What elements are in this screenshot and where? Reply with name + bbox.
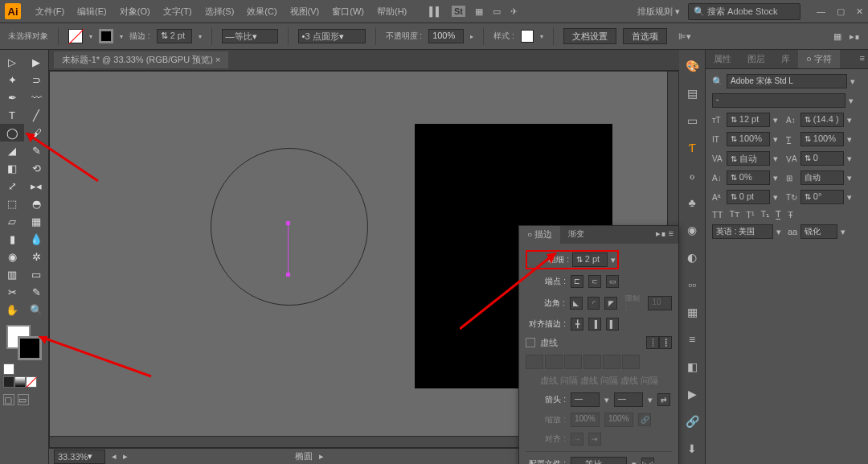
tab-character[interactable]: ○ 字符	[798, 50, 840, 68]
shaper-tool[interactable]: ◢	[0, 142, 24, 159]
links-icon[interactable]: 🔗	[685, 415, 699, 428]
document-tab[interactable]: 未标题-1* @ 33.33% (RGB/GPU 预览) ×	[54, 51, 228, 68]
color-mode-icon[interactable]	[3, 376, 14, 388]
dash-checkbox[interactable]	[526, 338, 535, 347]
font-search-icon[interactable]: 🔍	[712, 76, 723, 87]
appearance-icon[interactable]: 🎨	[685, 60, 699, 72]
limit-input[interactable]: 10	[648, 296, 672, 310]
symbol-tool[interactable]: ✲	[24, 248, 48, 265]
tracking-input[interactable]: ⇅ 0	[800, 151, 844, 166]
panel-menu-icon[interactable]: ▸∎	[850, 31, 860, 42]
close-icon[interactable]: ✕	[856, 6, 863, 17]
style-swatch[interactable]	[521, 30, 534, 43]
free-transform-tool[interactable]: ⬚	[0, 195, 24, 212]
zoom-tool[interactable]: 🔍	[24, 301, 48, 318]
fill-swatch[interactable]	[68, 29, 83, 43]
vscale-input[interactable]: ⇅ 100%	[727, 132, 770, 146]
align-inside-icon[interactable]: ▐	[588, 318, 601, 331]
curvature-tool[interactable]: 〰	[24, 88, 48, 106]
panel-expand-icon[interactable]: ▸∎ ≡	[651, 226, 678, 244]
brush-dropdown[interactable]: • 3 点圆形 ▾	[298, 29, 366, 43]
arrow-start-dropdown[interactable]: —	[571, 392, 600, 407]
artboards-icon[interactable]: ▭	[685, 114, 699, 127]
opacity-input[interactable]: 100%	[428, 29, 464, 43]
zoom-dropdown[interactable]: 33.33% ▾	[54, 450, 105, 464]
leading-input[interactable]: ⇅ (14.4 )	[800, 113, 844, 127]
asset-export-icon[interactable]: ⬇	[685, 442, 699, 455]
font-style-dropdown[interactable]: -	[712, 93, 845, 108]
selection-tool[interactable]: ▷	[0, 53, 24, 71]
edit-mode-icon[interactable]: ▭	[18, 394, 29, 405]
glyphs-icon[interactable]: ℴ	[685, 169, 699, 182]
menu-file[interactable]: 文件(F)	[29, 6, 71, 18]
graph-tool[interactable]: ▥	[0, 265, 24, 283]
fill-stroke-swatch[interactable]	[6, 325, 42, 360]
slice-tool[interactable]: ✂	[0, 283, 24, 301]
eyedropper-tool[interactable]: 💧	[24, 230, 48, 248]
cap-round-icon[interactable]: ⊂	[588, 275, 601, 288]
menu-effect[interactable]: 效果(C)	[240, 6, 283, 18]
language-dropdown[interactable]: 英语 : 美国	[712, 224, 773, 239]
all-caps-icon[interactable]: TT	[712, 210, 723, 220]
pen-tool[interactable]: ✒	[0, 88, 24, 106]
menu-help[interactable]: 帮助(H)	[371, 6, 413, 18]
libraries-icon[interactable]: ▫▫	[685, 278, 699, 291]
gradient-tab[interactable]: 渐变	[560, 226, 592, 244]
align-center-icon[interactable]: ╋	[571, 318, 583, 331]
hand-tool[interactable]: ✋	[0, 301, 24, 318]
shape-builder-tool[interactable]: ◓	[24, 195, 48, 212]
flip-along-icon[interactable]: ▷◁	[641, 458, 654, 464]
color-picker-icon[interactable]: ◉	[685, 224, 699, 236]
profile-dropdown-panel[interactable]: — 等比	[571, 457, 627, 464]
swatches-icon[interactable]: ◐	[685, 251, 699, 264]
align-panel-icon[interactable]: ≡	[685, 333, 699, 346]
ellipse-tool[interactable]: ◯	[0, 124, 24, 142]
align-icon[interactable]: ⊫▾	[678, 31, 691, 42]
kerning-input[interactable]: ⇅ 自动	[727, 151, 770, 166]
status-menu-icon[interactable]: ▸	[319, 451, 324, 462]
menu-view[interactable]: 视图(V)	[284, 6, 326, 18]
dash-preserve-icon[interactable]: ┊	[646, 336, 659, 349]
gradient-mode-icon[interactable]	[14, 376, 26, 388]
superscript-icon[interactable]: T¹	[746, 210, 754, 220]
auto-input[interactable]: 自动	[800, 170, 844, 185]
eraser-tool[interactable]: ◧	[0, 159, 24, 177]
blend-tool[interactable]: ◉	[0, 248, 24, 265]
tab-layers[interactable]: 图层	[739, 50, 773, 68]
stock-icon[interactable]: St	[452, 6, 465, 17]
prefs-button[interactable]: 首选项	[623, 28, 667, 44]
corner-round-icon[interactable]: ◜	[588, 297, 600, 310]
anchor-point-top[interactable]	[286, 221, 290, 225]
mesh-tool[interactable]: ▦	[24, 212, 48, 230]
tab-libraries[interactable]: 库	[773, 50, 798, 68]
font-size-input[interactable]: ⇅ 12 pt	[727, 113, 770, 127]
rotation-input[interactable]: ⇅ 0°	[800, 190, 844, 204]
arrow-swap-icon[interactable]: ⇄	[657, 393, 670, 406]
underline-icon[interactable]: T̲	[776, 209, 781, 220]
scale-tool[interactable]: ⤢	[0, 177, 24, 195]
direct-select-tool[interactable]: ▶	[24, 53, 48, 71]
line-tool[interactable]: ╱	[24, 106, 48, 124]
nav-next-icon[interactable]: ▸	[123, 451, 128, 462]
stroke-swatch-opt[interactable]	[99, 29, 113, 43]
gradient-tool[interactable]: ▮	[0, 230, 24, 248]
corner-miter-icon[interactable]: ◣	[570, 297, 583, 310]
antialias-dropdown[interactable]: 锐化	[800, 224, 837, 239]
doc-setup-button[interactable]: 文档设置	[563, 28, 616, 44]
anchor-point-bottom[interactable]	[286, 273, 290, 277]
tab-properties[interactable]: 属性	[706, 50, 739, 68]
screen-mode-icon[interactable]: ▢	[3, 394, 14, 405]
menu-select[interactable]: 选择(S)	[199, 6, 241, 18]
align-outside-icon[interactable]: ▌	[606, 318, 619, 331]
stroke-weight-dropdown-icon[interactable]: ▾	[611, 255, 616, 265]
minimize-icon[interactable]: —	[817, 6, 825, 17]
menu-edit[interactable]: 编辑(E)	[71, 6, 113, 18]
publish-icon[interactable]: ✈	[510, 6, 518, 17]
pathfinder-icon[interactable]: ◧	[685, 360, 699, 373]
lasso-tool[interactable]: ⊃	[24, 71, 48, 88]
menu-window[interactable]: 窗口(W)	[326, 6, 371, 18]
tab-close-icon[interactable]: ×	[215, 55, 220, 64]
stroke-weight-field[interactable]: ⇅ 2 pt	[572, 253, 608, 267]
small-caps-icon[interactable]: Tᴛ	[729, 209, 739, 220]
type-panel-icon[interactable]: Ƭ	[685, 142, 699, 154]
